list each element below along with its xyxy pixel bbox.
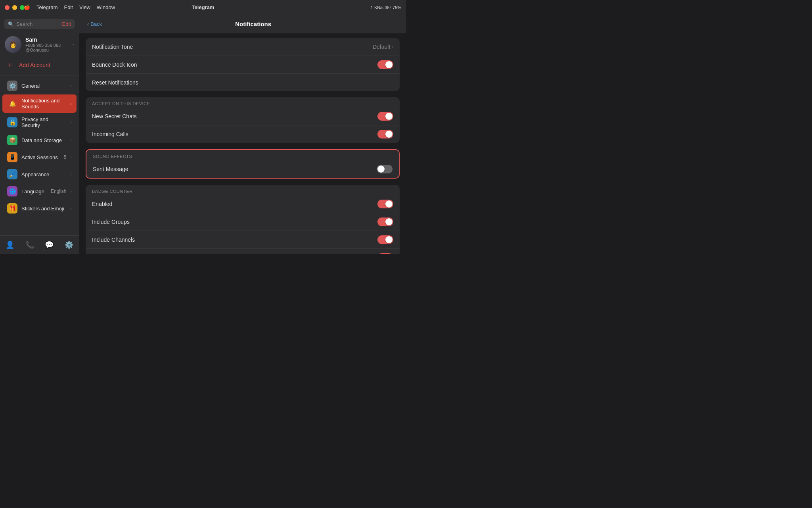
back-chevron-icon: ‹	[87, 21, 89, 27]
sidebar: 🔍 Search Edit 👩 Sam +886 905 356 863 @Oo…	[0, 15, 79, 254]
section-accept-device: ACCEPT ON THIS DEVICENew Secret ChatsInc…	[86, 97, 400, 143]
toggle-bounce-dock[interactable]	[377, 60, 393, 69]
minimize-button[interactable]	[12, 5, 17, 10]
divider-1	[0, 75, 79, 75]
sidebar-item-privacy[interactable]: 🔒 Privacy and Security ›	[2, 113, 77, 131]
telegram-menu[interactable]: Telegram	[36, 4, 57, 10]
sidebar-item-notifications[interactable]: 🔔 Notifications and Sounds ›	[2, 94, 77, 113]
section-general-notifications: Notification ToneDefault›Bounce Dock Ico…	[86, 38, 400, 91]
user-phone: +886 905 356 863	[25, 43, 69, 48]
add-account-icon: +	[5, 60, 15, 70]
user-info: Sam +886 905 356 863 @Oomusou	[25, 37, 69, 52]
user-handle: @Oomusou	[25, 48, 69, 52]
row-include-groups[interactable]: Include Groups	[86, 213, 400, 231]
main-content: ‹ Back Notifications Notification ToneDe…	[79, 15, 406, 254]
notifications-icon: 🔔	[7, 98, 17, 109]
add-account-button[interactable]: + Add Account	[0, 57, 79, 73]
row-label-include-groups: Include Groups	[92, 219, 377, 225]
settings-tab[interactable]: ⚙️	[61, 239, 77, 251]
toggle-include-channels[interactable]	[377, 235, 393, 244]
toggle-incoming-calls[interactable]	[377, 130, 393, 139]
language-badge: English	[51, 189, 66, 194]
contacts-tab[interactable]: 👤	[2, 239, 17, 251]
content-scroll[interactable]: Notification ToneDefault›Bounce Dock Ico…	[79, 33, 406, 254]
back-label: Back	[90, 21, 102, 27]
section-sound-effects: SOUND EFFECTSSent Message	[86, 149, 400, 179]
language-chevron-icon: ›	[70, 189, 72, 194]
sidebar-item-language[interactable]: 🌐 Language English ›	[2, 183, 77, 200]
user-name: Sam	[25, 37, 69, 43]
window-menu[interactable]: Window	[97, 4, 115, 10]
sidebar-item-data[interactable]: 📦 Data and Storage ›	[2, 132, 77, 148]
toggle-sent-message[interactable]	[377, 165, 393, 173]
toggle-include-groups[interactable]	[377, 217, 393, 226]
row-notification-tone: Notification ToneDefault›	[86, 38, 400, 56]
general-chevron-icon: ›	[70, 83, 72, 88]
sessions-label: Active Sessions	[21, 154, 60, 160]
content-header: ‹ Back Notifications	[79, 15, 406, 33]
toggle-new-secret-chats[interactable]	[377, 112, 393, 121]
row-label-enabled: Enabled	[92, 201, 377, 207]
stickers-chevron-icon: ›	[70, 206, 72, 211]
edit-button[interactable]: Edit	[62, 21, 71, 27]
row-chevron-notification-tone-icon: ›	[392, 44, 393, 49]
stickers-label: Stickers and Emoji	[21, 206, 66, 212]
traffic-lights	[5, 5, 25, 10]
row-count-unread[interactable]: Count Unread Messages	[86, 248, 400, 254]
search-bar[interactable]: 🔍 Search Edit	[4, 19, 75, 29]
section-header-sound-effects: SOUND EFFECTS	[86, 150, 399, 160]
user-profile[interactable]: 👩 Sam +886 905 356 863 @Oomusou ›	[0, 32, 79, 57]
privacy-label: Privacy and Security	[21, 116, 66, 128]
appearance-label: Appearance	[21, 171, 66, 177]
data-chevron-icon: ›	[70, 138, 72, 142]
nav-items: ⚙️ General › 🔔 Notifications and Sounds …	[0, 77, 79, 235]
sidebar-item-stickers[interactable]: 🎁 Stickers and Emoji ›	[2, 200, 77, 217]
add-account-label: Add Account	[19, 62, 50, 68]
view-menu[interactable]: View	[79, 4, 90, 10]
row-reset-notifications: Reset Notifications	[86, 73, 400, 91]
calls-tab[interactable]: 📞	[22, 239, 37, 251]
row-label-bounce-dock: Bounce Dock Icon	[92, 62, 377, 68]
system-status: 1 KB/s 35° 75%	[371, 5, 401, 10]
row-label-include-channels: Include Channels	[92, 237, 377, 243]
row-enabled[interactable]: Enabled	[86, 195, 400, 213]
apple-menu[interactable]: 🍎	[24, 4, 30, 10]
row-bounce-dock[interactable]: Bounce Dock Icon	[86, 56, 400, 73]
titlebar: 🍎 Telegram Edit View Window Telegram 1 K…	[0, 0, 406, 15]
notifications-label: Notifications and Sounds	[21, 98, 66, 110]
sidebar-item-general[interactable]: ⚙️ General ›	[2, 77, 77, 94]
general-label: General	[21, 83, 66, 89]
back-button[interactable]: ‹ Back	[87, 21, 102, 27]
row-sent-message[interactable]: Sent Message	[86, 160, 399, 178]
row-value-notification-tone: Default	[373, 44, 390, 50]
sidebar-item-sessions[interactable]: 📱 Active Sessions 5 ›	[2, 149, 77, 165]
sidebar-item-appearance[interactable]: 🖌️ Appearance ›	[2, 166, 77, 183]
close-button[interactable]	[5, 5, 10, 10]
privacy-icon: 🔒	[7, 117, 17, 127]
row-new-secret-chats[interactable]: New Secret Chats	[86, 108, 400, 125]
row-label-notification-tone: Notification Tone	[92, 44, 373, 50]
row-incoming-calls[interactable]: Incoming Calls	[86, 125, 400, 143]
avatar-image: 👩	[5, 36, 21, 53]
search-input[interactable]: Search	[16, 21, 60, 27]
content-title: Notifications	[108, 21, 398, 27]
sessions-icon: 📱	[7, 152, 17, 162]
toggle-enabled[interactable]	[377, 200, 393, 208]
row-include-channels[interactable]: Include Channels	[86, 231, 400, 248]
privacy-chevron-icon: ›	[70, 120, 72, 125]
section-badge-counter: BADGE COUNTEREnabledInclude GroupsInclud…	[86, 185, 400, 254]
sessions-badge: 5	[64, 154, 67, 160]
notifications-chevron-icon: ›	[70, 101, 72, 106]
row-label-sent-message: Sent Message	[93, 166, 377, 172]
bottom-tabs: 👤 📞 💬 ⚙️	[0, 235, 79, 254]
appearance-icon: 🖌️	[7, 169, 17, 179]
section-header-accept-device: ACCEPT ON THIS DEVICE	[86, 97, 400, 108]
row-label-reset-notifications: Reset Notifications	[92, 79, 393, 86]
menu-bar: 🍎 Telegram Edit View Window	[24, 4, 115, 10]
search-icon: 🔍	[8, 21, 14, 27]
avatar: 👩	[5, 36, 21, 53]
chats-tab[interactable]: 💬	[42, 239, 57, 251]
edit-menu[interactable]: Edit	[64, 4, 73, 10]
toggle-count-unread[interactable]	[377, 253, 393, 254]
app-layout: 🔍 Search Edit 👩 Sam +886 905 356 863 @Oo…	[0, 15, 406, 254]
